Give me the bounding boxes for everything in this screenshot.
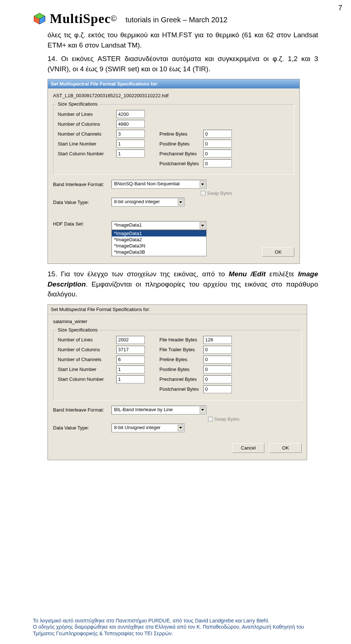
page-footer: Το λογισμικό αυτό αναπτύχθηκε στο Πανεπι… [33, 618, 318, 637]
columns-input[interactable] [116, 120, 145, 128]
group-label: Size Specifications [56, 101, 99, 107]
startcol-input[interactable] [116, 149, 145, 158]
swap-bytes-label: Swap Bytes [214, 416, 239, 422]
item-14-text: Οι εικόνες ASTER διασυνδέονται αυτόματα … [48, 55, 318, 73]
bif-label: Band Interleave Format: [53, 182, 112, 187]
fhb-label: File Header Bytes [145, 337, 203, 342]
bif-combo[interactable]: BIL-Band Interleave by Line [112, 406, 207, 414]
list-divider [112, 255, 206, 256]
chevron-down-icon[interactable] [200, 222, 205, 229]
bif-value: BNonSQ-Band Non-Sequential [114, 181, 180, 186]
doc-title: tutorials in Greek – March 2012 [125, 16, 227, 24]
ok-button[interactable]: OK [262, 247, 294, 257]
postline-label: Postline Bytes [145, 141, 203, 147]
cancel-button[interactable]: Cancel [232, 443, 264, 453]
startcol-label: Start Column Number [58, 376, 116, 382]
footer-line-1: Το λογισμικό αυτό αναπτύχθηκε στο Πανεπι… [33, 618, 318, 624]
checkbox-box [208, 417, 213, 421]
dialog-title: Set Multispectral File Format Specificat… [48, 305, 307, 314]
bif-label: Band Interleave Format: [53, 407, 112, 413]
prechan-input[interactable] [203, 375, 232, 383]
startcol-input[interactable] [116, 375, 145, 383]
list-item[interactable]: *ImageData1 [112, 230, 206, 236]
list-item[interactable]: *ImageData3N [112, 243, 206, 249]
channels-label: Number of Channels [58, 131, 116, 137]
lines-input[interactable] [116, 110, 145, 118]
item-15-text-b: επιλέξτε [266, 270, 298, 278]
dvt-label: Data Value Type: [53, 200, 112, 205]
chevron-down-icon[interactable] [200, 407, 205, 413]
list-item-15: 15. Για τον έλεγχο των στοιχείων της εικ… [48, 269, 318, 299]
bif-value: BIL-Band Interleave by Line [114, 407, 173, 412]
swap-bytes-checkbox: Swap Bytes [208, 416, 239, 422]
prechan-label: Prechannel Bytes [145, 151, 203, 156]
startline-label: Start Line Number [58, 367, 116, 372]
ok-button[interactable]: OK [269, 443, 302, 453]
menu-edit-ref: Menu /Edit [229, 270, 266, 278]
postchan-label: Postchannel Bytes [145, 161, 203, 166]
startline-input[interactable] [116, 365, 145, 374]
dvt-combo[interactable]: 8-bit unsigned integer [112, 198, 185, 207]
list-item[interactable]: *ImageData3B [112, 249, 206, 255]
fhb-input[interactable] [203, 336, 232, 344]
postchan-input[interactable] [203, 159, 232, 167]
ftb-input[interactable] [203, 346, 232, 354]
preline-label: Preline Bytes [145, 357, 203, 362]
para-continued: όλες τις φ.ζ. εκτός του θερμικού και HTM… [48, 30, 318, 50]
dialog-filename: salamina_winter [48, 314, 307, 325]
chevron-down-icon[interactable] [178, 199, 184, 205]
prechan-input[interactable] [203, 149, 232, 158]
postchan-label: Postchannel Bytes [145, 386, 203, 392]
preline-input[interactable] [203, 130, 232, 138]
hdf-listbox[interactable]: *ImageData1 *ImageData2 *ImageData3N *Im… [112, 230, 207, 257]
channels-label: Number of Channels [58, 357, 116, 362]
bif-combo[interactable]: BNonSQ-Band Non-Sequential [112, 180, 207, 189]
swap-bytes-label: Swap Bytes [207, 190, 232, 196]
item-14-number: 14. [48, 55, 61, 62]
columns-label: Number of Columns [58, 347, 116, 352]
hdf-combo[interactable]: *ImageData1 [112, 221, 207, 230]
prechan-label: Prechannel Bytes [145, 376, 203, 382]
fileformat-dialog-1: Set Multispectral File Format Specificat… [48, 79, 300, 264]
dialog-filename: AST_L1B_00309172003165212_10022003110222… [48, 88, 299, 99]
app-name: MultiSpec [50, 11, 111, 26]
startline-input[interactable] [116, 140, 145, 148]
page-header: MultiSpec © tutorials in Greek – March 2… [33, 11, 318, 26]
copyright-symbol: © [111, 14, 117, 23]
channels-input[interactable] [116, 130, 145, 138]
preline-input[interactable] [203, 356, 232, 364]
postchan-input[interactable] [203, 385, 232, 393]
columns-input[interactable] [116, 346, 145, 354]
footer-line-2: Ο οδηγός χρήσης διαμορφώθηκε και συντάχθ… [33, 624, 318, 637]
postline-label: Postline Bytes [145, 367, 203, 372]
startline-label: Start Line Number [58, 141, 116, 147]
chevron-down-icon[interactable] [200, 181, 205, 187]
hdf-label: HDF Data Set: [53, 221, 112, 227]
hdf-value: *ImageData1 [114, 222, 142, 228]
dvt-combo[interactable]: 8-bit Unsigned integer [112, 424, 185, 432]
preline-label: Preline Bytes [145, 131, 203, 137]
channels-input[interactable] [116, 356, 145, 364]
startcol-label: Start Column Number [58, 151, 116, 156]
swap-bytes-checkbox: Swap Bytes [201, 190, 232, 196]
size-specifications-group: Size Specifications Number of Lines File… [53, 330, 302, 401]
lines-input[interactable] [116, 336, 145, 344]
lines-label: Number of Lines [58, 111, 116, 117]
dvt-label: Data Value Type: [53, 425, 112, 431]
fileformat-dialog-2: Set Multispectral File Format Specificat… [48, 304, 307, 460]
ftb-label: File Trailer Bytes [145, 347, 203, 352]
columns-label: Number of Columns [58, 121, 116, 127]
postline-input[interactable] [203, 140, 232, 148]
lines-label: Number of Lines [58, 337, 116, 342]
dvt-value: 8-bit unsigned integer [114, 199, 160, 204]
dialog-title: Set Multispectral File Format Specificat… [48, 79, 299, 88]
list-item-14: 14. Οι εικόνες ASTER διασυνδέονται αυτόμ… [48, 54, 318, 74]
chevron-down-icon[interactable] [178, 425, 184, 431]
checkbox-box [201, 191, 205, 196]
postline-input[interactable] [203, 365, 232, 374]
item-15-text-c: . Εμφανίζονται οι πληροφορίες του αρχείο… [48, 280, 318, 298]
item-15-number: 15. [48, 270, 61, 278]
list-item[interactable]: *ImageData2 [112, 236, 206, 243]
size-specifications-group: Size Specifications Number of Lines Numb… [53, 104, 294, 175]
dvt-value: 8-bit Unsigned integer [114, 425, 161, 430]
